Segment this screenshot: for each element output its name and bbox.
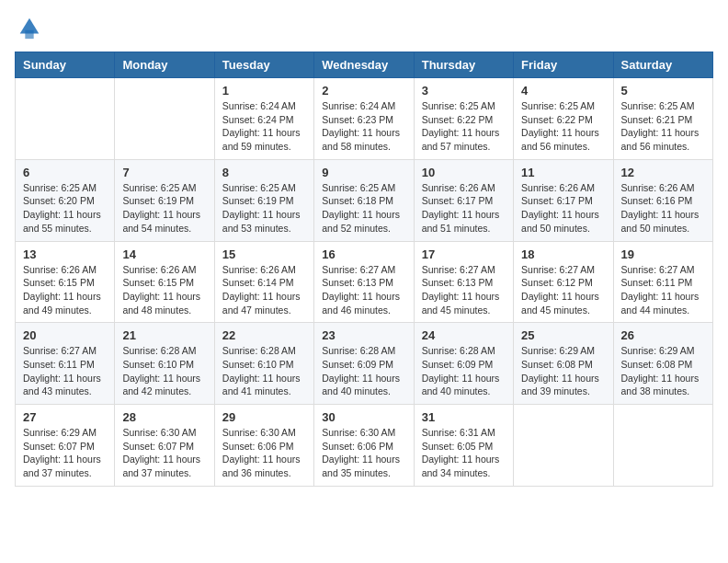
- day-number: 11: [521, 166, 605, 179]
- calendar-cell: 9Sunrise: 6:25 AM Sunset: 6:18 PM Daylig…: [314, 159, 414, 241]
- day-info: Sunrise: 6:25 AM Sunset: 6:20 PM Dayligh…: [23, 181, 107, 236]
- weekday-header: Tuesday: [214, 52, 313, 78]
- calendar-cell: 27Sunrise: 6:29 AM Sunset: 6:07 PM Dayli…: [16, 405, 115, 487]
- calendar-cell: 7Sunrise: 6:25 AM Sunset: 6:19 PM Daylig…: [115, 159, 214, 241]
- day-info: Sunrise: 6:25 AM Sunset: 6:19 PM Dayligh…: [222, 181, 306, 236]
- svg-marker-1: [25, 30, 33, 39]
- calendar-cell: [115, 78, 214, 160]
- day-number: 9: [322, 166, 405, 179]
- calendar-cell: 25Sunrise: 6:29 AM Sunset: 6:08 PM Dayli…: [514, 323, 613, 405]
- day-number: 28: [122, 410, 206, 424]
- calendar-week-row: 27Sunrise: 6:29 AM Sunset: 6:07 PM Dayli…: [16, 405, 713, 487]
- calendar-cell: 5Sunrise: 6:25 AM Sunset: 6:21 PM Daylig…: [613, 78, 712, 160]
- day-info: Sunrise: 6:27 AM Sunset: 6:13 PM Dayligh…: [322, 263, 405, 317]
- weekday-header: Wednesday: [314, 52, 414, 78]
- day-info: Sunrise: 6:25 AM Sunset: 6:22 PM Dayligh…: [422, 99, 506, 154]
- day-number: 4: [521, 84, 605, 98]
- day-number: 23: [322, 328, 405, 342]
- day-info: Sunrise: 6:28 AM Sunset: 6:10 PM Dayligh…: [222, 344, 306, 398]
- day-info: Sunrise: 6:30 AM Sunset: 6:06 PM Dayligh…: [322, 426, 405, 480]
- calendar-cell: 15Sunrise: 6:26 AM Sunset: 6:14 PM Dayli…: [214, 241, 313, 323]
- day-number: 18: [521, 247, 605, 261]
- weekday-header: Sunday: [16, 52, 115, 78]
- weekday-header: Friday: [514, 52, 613, 78]
- calendar-week-row: 13Sunrise: 6:26 AM Sunset: 6:15 PM Dayli…: [16, 241, 713, 323]
- calendar-cell: 8Sunrise: 6:25 AM Sunset: 6:19 PM Daylig…: [214, 159, 313, 241]
- calendar-cell: 3Sunrise: 6:25 AM Sunset: 6:22 PM Daylig…: [414, 78, 513, 160]
- calendar-cell: 23Sunrise: 6:28 AM Sunset: 6:09 PM Dayli…: [314, 323, 414, 405]
- day-number: 31: [422, 410, 506, 424]
- day-number: 19: [621, 247, 705, 261]
- logo: [15, 15, 42, 40]
- day-number: 16: [322, 247, 405, 261]
- day-number: 17: [422, 247, 506, 261]
- calendar-cell: 17Sunrise: 6:27 AM Sunset: 6:13 PM Dayli…: [414, 241, 513, 323]
- day-number: 29: [222, 410, 306, 424]
- calendar-cell: 11Sunrise: 6:26 AM Sunset: 6:17 PM Dayli…: [514, 159, 613, 241]
- day-number: 8: [222, 166, 306, 179]
- weekday-header: Thursday: [414, 52, 513, 78]
- day-number: 5: [621, 84, 705, 98]
- day-number: 26: [621, 328, 705, 342]
- day-number: 2: [322, 84, 405, 98]
- day-number: 14: [122, 247, 206, 261]
- calendar-cell: 10Sunrise: 6:26 AM Sunset: 6:17 PM Dayli…: [414, 159, 513, 241]
- day-info: Sunrise: 6:28 AM Sunset: 6:10 PM Dayligh…: [122, 344, 206, 398]
- day-info: Sunrise: 6:27 AM Sunset: 6:11 PM Dayligh…: [23, 344, 107, 398]
- calendar-cell: 14Sunrise: 6:26 AM Sunset: 6:15 PM Dayli…: [115, 241, 214, 323]
- day-info: Sunrise: 6:26 AM Sunset: 6:16 PM Dayligh…: [621, 181, 705, 236]
- day-number: 13: [23, 247, 107, 261]
- calendar-cell: 24Sunrise: 6:28 AM Sunset: 6:09 PM Dayli…: [414, 323, 513, 405]
- calendar-cell: 20Sunrise: 6:27 AM Sunset: 6:11 PM Dayli…: [16, 323, 115, 405]
- day-number: 21: [122, 328, 206, 342]
- calendar-table: SundayMondayTuesdayWednesdayThursdayFrid…: [15, 52, 713, 487]
- day-info: Sunrise: 6:24 AM Sunset: 6:23 PM Dayligh…: [322, 99, 405, 154]
- day-info: Sunrise: 6:26 AM Sunset: 6:15 PM Dayligh…: [122, 263, 206, 317]
- day-info: Sunrise: 6:31 AM Sunset: 6:05 PM Dayligh…: [422, 426, 506, 480]
- calendar-cell: 29Sunrise: 6:30 AM Sunset: 6:06 PM Dayli…: [214, 405, 313, 487]
- calendar-cell: 1Sunrise: 6:24 AM Sunset: 6:24 PM Daylig…: [214, 78, 313, 160]
- day-info: Sunrise: 6:25 AM Sunset: 6:22 PM Dayligh…: [521, 99, 605, 154]
- calendar-cell: 30Sunrise: 6:30 AM Sunset: 6:06 PM Dayli…: [314, 405, 414, 487]
- day-number: 24: [422, 328, 506, 342]
- calendar-cell: 13Sunrise: 6:26 AM Sunset: 6:15 PM Dayli…: [16, 241, 115, 323]
- calendar-week-row: 1Sunrise: 6:24 AM Sunset: 6:24 PM Daylig…: [16, 78, 713, 160]
- day-number: 15: [222, 247, 306, 261]
- day-number: 27: [23, 410, 107, 424]
- logo-icon: [17, 15, 42, 40]
- day-info: Sunrise: 6:27 AM Sunset: 6:12 PM Dayligh…: [521, 263, 605, 317]
- day-number: 30: [322, 410, 405, 424]
- calendar-cell: [613, 405, 712, 487]
- calendar-week-row: 20Sunrise: 6:27 AM Sunset: 6:11 PM Dayli…: [16, 323, 713, 405]
- day-number: 6: [23, 166, 107, 179]
- day-info: Sunrise: 6:25 AM Sunset: 6:21 PM Dayligh…: [621, 99, 705, 154]
- calendar-cell: 31Sunrise: 6:31 AM Sunset: 6:05 PM Dayli…: [414, 405, 513, 487]
- calendar-cell: 21Sunrise: 6:28 AM Sunset: 6:10 PM Dayli…: [115, 323, 214, 405]
- day-number: 20: [23, 328, 107, 342]
- day-number: 25: [521, 328, 605, 342]
- calendar-cell: [16, 78, 115, 160]
- day-info: Sunrise: 6:30 AM Sunset: 6:07 PM Dayligh…: [122, 426, 206, 480]
- day-number: 1: [222, 84, 306, 98]
- day-info: Sunrise: 6:25 AM Sunset: 6:19 PM Dayligh…: [122, 181, 206, 236]
- day-info: Sunrise: 6:28 AM Sunset: 6:09 PM Dayligh…: [422, 344, 506, 398]
- day-info: Sunrise: 6:25 AM Sunset: 6:18 PM Dayligh…: [322, 181, 405, 236]
- calendar-cell: 6Sunrise: 6:25 AM Sunset: 6:20 PM Daylig…: [16, 159, 115, 241]
- day-number: 22: [222, 328, 306, 342]
- calendar-cell: 19Sunrise: 6:27 AM Sunset: 6:11 PM Dayli…: [613, 241, 712, 323]
- calendar-cell: 18Sunrise: 6:27 AM Sunset: 6:12 PM Dayli…: [514, 241, 613, 323]
- day-number: 10: [422, 166, 506, 179]
- calendar-cell: 16Sunrise: 6:27 AM Sunset: 6:13 PM Dayli…: [314, 241, 414, 323]
- day-number: 12: [621, 166, 705, 179]
- weekday-header: Saturday: [613, 52, 712, 78]
- calendar-cell: 22Sunrise: 6:28 AM Sunset: 6:10 PM Dayli…: [214, 323, 313, 405]
- day-info: Sunrise: 6:30 AM Sunset: 6:06 PM Dayligh…: [222, 426, 306, 480]
- day-info: Sunrise: 6:27 AM Sunset: 6:13 PM Dayligh…: [422, 263, 506, 317]
- day-info: Sunrise: 6:27 AM Sunset: 6:11 PM Dayligh…: [621, 263, 705, 317]
- day-info: Sunrise: 6:29 AM Sunset: 6:08 PM Dayligh…: [521, 344, 605, 398]
- calendar-cell: 2Sunrise: 6:24 AM Sunset: 6:23 PM Daylig…: [314, 78, 414, 160]
- calendar-cell: 4Sunrise: 6:25 AM Sunset: 6:22 PM Daylig…: [514, 78, 613, 160]
- day-info: Sunrise: 6:28 AM Sunset: 6:09 PM Dayligh…: [322, 344, 405, 398]
- calendar-cell: 28Sunrise: 6:30 AM Sunset: 6:07 PM Dayli…: [115, 405, 214, 487]
- calendar-cell: 12Sunrise: 6:26 AM Sunset: 6:16 PM Dayli…: [613, 159, 712, 241]
